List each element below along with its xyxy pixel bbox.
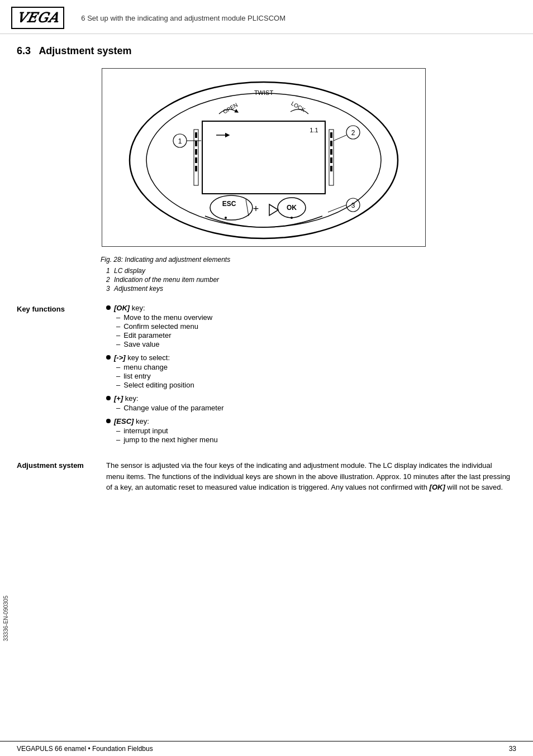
svg-text:ESC: ESC [222, 200, 236, 208]
svg-rect-18 [195, 166, 197, 171]
svg-point-1 [146, 93, 381, 227]
svg-rect-20 [330, 132, 332, 138]
logo: 𝑉𝐸𝐺𝐴 [11, 7, 64, 29]
key-functions-section: Key functions [OK] key: –Move to the men… [17, 304, 511, 449]
ok-item-2: –Confirm selected menu [114, 322, 511, 331]
key-list: [OK] key: –Move to the menu overview –Co… [106, 304, 511, 444]
svg-text:3: 3 [351, 202, 355, 209]
svg-rect-17 [195, 157, 197, 163]
plus-item-1: –Change value of the parameter [114, 404, 511, 412]
ok-bold: [OK] [430, 483, 445, 491]
key-esc-item: [ESC] key: –interrupt input –jump to the… [106, 417, 511, 444]
svg-point-33 [225, 217, 227, 219]
bullet-dot-esc [106, 419, 111, 423]
svg-rect-23 [330, 157, 332, 163]
plus-key-label: [+] [114, 394, 123, 403]
svg-text:1: 1 [178, 137, 182, 145]
footer-left: VEGAPULS 66 enamel • Foundation Fieldbus [17, 745, 153, 753]
esc-key-suffix: key: [134, 417, 149, 425]
section-title: 6.3 Adjustment system [17, 45, 511, 57]
key-arrow-item: [->] key to select: –menu change –list e… [106, 353, 511, 390]
adjustment-system-section: Adjustment system The sensor is adjusted… [17, 460, 511, 493]
svg-rect-24 [330, 166, 332, 171]
svg-point-34 [291, 217, 293, 219]
esc-key-label: [ESC] [114, 417, 134, 425]
key-plus-item: [+] key: –Change value of the parameter [106, 394, 511, 413]
header-title: 6 Set up with the indicating and adjustm… [81, 14, 285, 22]
logo-text: 𝑉𝐸𝐺𝐴 [17, 10, 59, 26]
adjustment-diagram: TWIST OPEN LOCK 1 2 3 1.1 [107, 74, 420, 241]
diagram-container: TWIST OPEN LOCK 1 2 3 1.1 [102, 68, 426, 247]
svg-rect-22 [330, 149, 332, 155]
section-number: 6.3 [17, 45, 31, 56]
section-heading: Adjustment system [39, 45, 131, 56]
arrow-key-label: [->] [114, 353, 126, 362]
fig-item-2: 2Indication of the menu item number [106, 276, 511, 284]
plus-sub-list: –Change value of the parameter [114, 404, 511, 412]
adjustment-system-text: The sensor is adjusted via the four keys… [106, 460, 511, 493]
svg-text:TWIST: TWIST [254, 89, 273, 96]
svg-text:1.1: 1.1 [310, 127, 318, 133]
esc-item-1: –interrupt input [114, 427, 511, 435]
bullet-dot-plus [106, 396, 111, 400]
key-plus-content: [+] key: –Change value of the parameter [114, 394, 511, 413]
svg-text:LOCK: LOCK [290, 100, 306, 113]
plus-key-suffix: key: [123, 394, 138, 403]
esc-item-2: –jump to the next higher menu [114, 436, 511, 444]
key-esc-content: [ESC] key: –interrupt input –jump to the… [114, 417, 511, 444]
arrow-item-3: –Select editing position [114, 381, 511, 389]
figure-caption: Fig. 28: Indicating and adjustment eleme… [101, 256, 511, 264]
fig-item-1: 1LC display [106, 267, 511, 275]
svg-text:OK: OK [287, 204, 297, 212]
ok-item-1: –Move to the menu overview [114, 313, 511, 322]
key-arrow-content: [->] key to select: –menu change –list e… [114, 353, 511, 390]
bullet-dot-arrow [106, 355, 111, 360]
figure-list: 1LC display 2Indication of the menu item… [106, 267, 511, 293]
page-footer: VEGAPULS 66 enamel • Foundation Fieldbus… [0, 741, 533, 756]
svg-rect-21 [330, 141, 332, 146]
side-label: 33336-EN-090305 [3, 596, 9, 642]
svg-rect-14 [195, 132, 197, 138]
svg-text:OPEN: OPEN [222, 102, 239, 115]
fig-item-3: 3Adjustment keys [106, 285, 511, 293]
arrow-item-1: –menu change [114, 363, 511, 371]
svg-rect-15 [195, 141, 197, 146]
svg-point-26 [210, 195, 253, 220]
main-content: 6.3 Adjustment system TWIST OPEN LOCK [0, 34, 533, 515]
ok-key-suffix: key: [130, 304, 145, 312]
svg-line-36 [334, 135, 346, 141]
key-functions-label: Key functions [17, 304, 106, 449]
svg-line-37 [328, 205, 346, 212]
ok-key-label: [OK] [114, 304, 130, 312]
footer-right: 33 [509, 745, 516, 753]
ok-sub-list: –Move to the menu overview –Confirm sele… [114, 313, 511, 348]
bullet-dot-ok [106, 305, 111, 310]
arrow-key-suffix: key to select: [126, 353, 170, 362]
key-functions-content: [OK] key: –Move to the menu overview –Co… [106, 304, 511, 449]
arrow-item-2: –list entry [114, 372, 511, 380]
page-header: 𝑉𝐸𝐺𝐴 6 Set up with the indicating and ad… [0, 0, 533, 34]
arrow-sub-list: –menu change –list entry –Select editing… [114, 363, 511, 389]
adjustment-system-label: Adjustment system [17, 460, 106, 493]
svg-rect-16 [195, 149, 197, 155]
svg-marker-30 [269, 204, 278, 216]
svg-text:+: + [253, 203, 259, 214]
svg-line-28 [246, 199, 249, 216]
svg-point-0 [130, 82, 398, 238]
svg-text:2: 2 [351, 129, 355, 137]
key-ok-content: [OK] key: –Move to the menu overview –Co… [114, 304, 511, 349]
esc-sub-list: –interrupt input –jump to the next highe… [114, 427, 511, 444]
key-ok-item: [OK] key: –Move to the menu overview –Co… [106, 304, 511, 349]
svg-rect-2 [202, 121, 325, 194]
ok-item-3: –Edit parameter [114, 331, 511, 339]
ok-item-4: –Save value [114, 340, 511, 348]
